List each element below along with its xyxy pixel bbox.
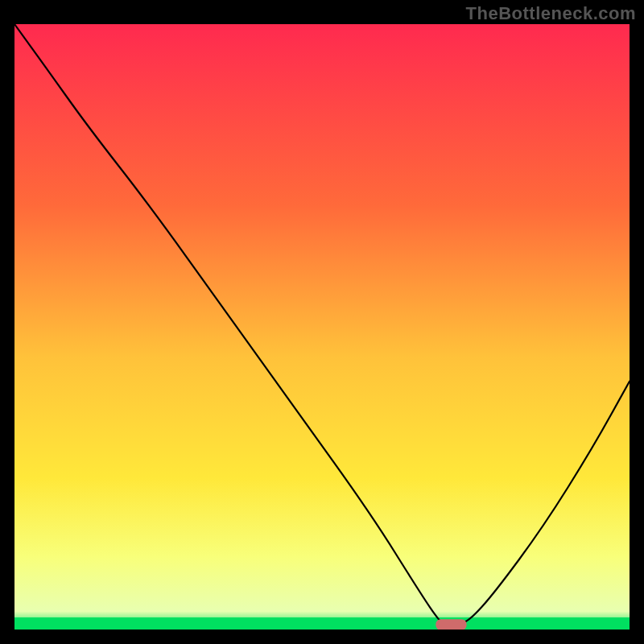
bottleneck-chart — [14, 24, 630, 630]
watermark-text: TheBottleneck.com — [466, 3, 636, 24]
bottom-green-band — [14, 617, 630, 630]
plot-area — [14, 24, 630, 630]
gradient-background — [14, 24, 630, 630]
chart-frame: TheBottleneck.com — [0, 0, 644, 644]
optimal-marker — [436, 619, 466, 630]
